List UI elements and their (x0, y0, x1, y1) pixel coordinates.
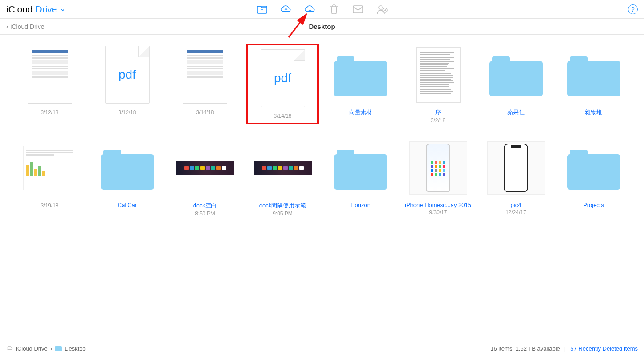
file-item[interactable]: pic412/24/17 (480, 137, 552, 217)
file-thumbnail (176, 44, 234, 106)
file-item[interactable]: pdf 3/12/18 (91, 44, 163, 124)
status-root[interactable]: iCloud Drive (16, 345, 48, 352)
file-thumbnail (487, 137, 545, 199)
file-item[interactable]: 3/14/18 (169, 44, 241, 124)
file-thumbnail (332, 137, 390, 199)
file-date: 8:50 PM (195, 211, 215, 217)
file-thumbnail (565, 137, 623, 199)
file-item[interactable]: 3/19/18 (13, 137, 86, 217)
download-button[interactable] (304, 4, 316, 15)
brand-title[interactable]: iCloud Drive (6, 4, 65, 15)
separator: | (564, 345, 566, 352)
file-date: 3/14/18 (274, 113, 291, 119)
brand-part2: Drive (36, 4, 57, 15)
file-grid: 3/12/18pdf 3/12/18 3/14/18pdf 3/14/18向量素… (0, 35, 644, 226)
file-item[interactable]: 向量素材 (324, 44, 397, 124)
status-bar: iCloud Drive › Desktop 16 items, 1.62 TB… (0, 342, 644, 355)
file-date: 3/12/18 (118, 109, 136, 116)
chevron-down-icon (60, 4, 65, 15)
file-thumbnail (99, 137, 156, 199)
file-name: CallCar (118, 202, 137, 208)
file-item[interactable]: dock空白8:50 PM (169, 137, 241, 217)
upload-button[interactable] (280, 4, 292, 15)
file-name: dock間隔使用示範 (259, 202, 306, 210)
file-date: 3/19/18 (40, 203, 58, 209)
file-thumbnail (487, 44, 545, 106)
status-current[interactable]: Desktop (64, 345, 86, 352)
file-item[interactable]: dock間隔使用示範9:05 PM (246, 137, 319, 217)
folder-icon (55, 346, 62, 351)
status-summary: 16 items, 1.62 TB available (490, 345, 560, 352)
back-button[interactable]: ‹ iCloud Drive (6, 23, 44, 31)
file-thumbnail (409, 137, 467, 199)
file-item[interactable]: 蘋果仁 (480, 44, 552, 124)
top-toolbar: iCloud Drive ? (0, 0, 644, 19)
breadcrumb-bar: ‹ iCloud Drive Desktop (0, 19, 644, 35)
toolbar-actions (256, 4, 388, 15)
back-label: iCloud Drive (10, 23, 44, 30)
chevron-left-icon: ‹ (6, 23, 8, 31)
file-name: 向量素材 (349, 108, 372, 116)
file-thumbnail (21, 137, 79, 199)
file-thumbnail (21, 44, 79, 106)
status-path: iCloud Drive › Desktop (6, 345, 86, 352)
file-thumbnail: pdf (254, 47, 312, 109)
svg-point-2 (379, 6, 382, 9)
recently-deleted-link[interactable]: 57 Recently Deleted items (570, 345, 638, 352)
new-folder-button[interactable] (256, 4, 268, 15)
file-item[interactable]: CallCar (91, 137, 163, 217)
file-item[interactable]: 序3/2/18 (402, 44, 474, 124)
file-date: 9/30/17 (429, 209, 447, 215)
file-date: 9:05 PM (273, 211, 293, 217)
file-name: dock空白 (193, 202, 217, 210)
email-button[interactable] (352, 4, 364, 15)
file-name: 蘋果仁 (507, 108, 525, 116)
file-item[interactable]: 雜物堆 (557, 44, 630, 124)
delete-button[interactable] (328, 4, 340, 15)
file-item[interactable]: 3/12/18 (13, 44, 86, 124)
file-date: 12/24/17 (505, 209, 526, 215)
path-separator: › (50, 345, 52, 352)
file-item[interactable]: iPhone Homesc...ay 20159/30/17 (402, 137, 474, 217)
file-item[interactable]: Projects (557, 137, 630, 217)
file-thumbnail: pdf (99, 44, 156, 106)
file-date: 3/12/18 (40, 109, 58, 116)
file-name: 序 (435, 108, 441, 116)
status-right: 16 items, 1.62 TB available | 57 Recentl… (490, 345, 638, 352)
file-date: 3/2/18 (431, 117, 445, 124)
file-thumbnail (332, 44, 390, 106)
file-thumbnail (409, 44, 467, 106)
add-person-button[interactable] (376, 4, 388, 15)
page-title: Desktop (309, 23, 335, 30)
file-name: Projects (583, 202, 604, 208)
file-date: 3/14/18 (196, 109, 214, 116)
file-name: 雜物堆 (585, 108, 602, 116)
file-name: Horizon (350, 202, 370, 208)
file-item[interactable]: pdf 3/14/18 (246, 44, 319, 124)
brand-part1: iCloud (6, 4, 33, 15)
file-thumbnail (565, 44, 623, 106)
file-thumbnail (254, 137, 312, 199)
file-thumbnail (176, 137, 234, 199)
svg-rect-1 (353, 6, 363, 13)
file-item[interactable]: Horizon (324, 137, 397, 217)
help-label: ? (631, 6, 635, 13)
file-name: pic4 (511, 202, 521, 208)
help-button[interactable]: ? (628, 4, 638, 14)
cloud-icon (6, 345, 13, 352)
file-name: iPhone Homesc...ay 2015 (405, 202, 471, 208)
